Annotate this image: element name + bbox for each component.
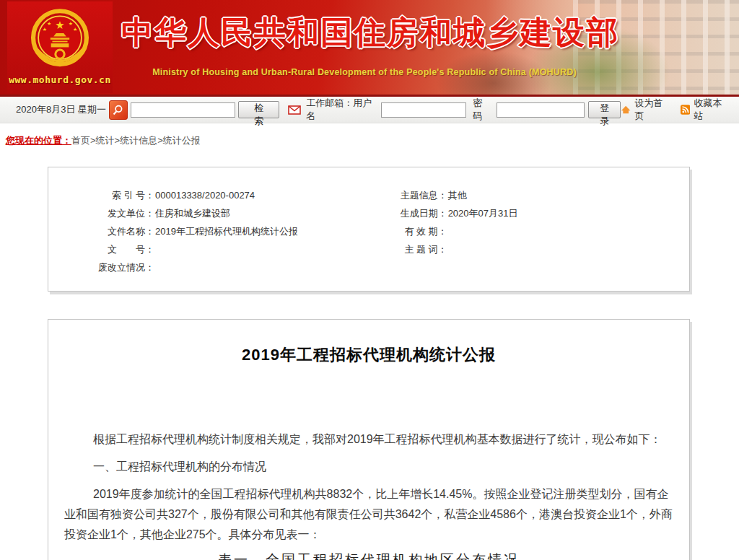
document-title: 2019年工程招标代理机构统计公报 <box>48 344 689 366</box>
toolbar: 2020年8月3日 星期一 检 索 工作邮箱：用户名 密码 登录 设为首页 收藏… <box>0 95 739 123</box>
password-label: 密码 <box>473 97 491 123</box>
meta-value: 000013338/2020-00274 <box>154 186 388 204</box>
search-input[interactable] <box>131 102 235 118</box>
rss-icon <box>681 105 690 115</box>
meta-value <box>154 258 388 276</box>
meta-value <box>154 240 388 258</box>
meta-label: 有 效 期： <box>388 222 447 240</box>
current-date: 2020年8月3日 星期一 <box>16 103 109 116</box>
meta-row-repeal-status: 废改立情况： <box>48 258 388 276</box>
paragraph-intro: 根据工程招标代理机构统计制度相关规定，我部对2019年工程招标代理机构基本数据进… <box>64 429 673 450</box>
mail-username-label: 工作邮箱：用户名 <box>306 97 378 123</box>
svg-text:★: ★ <box>69 21 73 26</box>
meta-label: 发文单位： <box>48 204 154 222</box>
set-home-link[interactable]: 设为首页 <box>634 97 670 123</box>
meta-label: 文件名称： <box>48 222 154 240</box>
meta-label: 废改立情况： <box>48 258 154 276</box>
metadata-right-column: 主题信息： 其他 生成日期： 2020年07月31日 有 效 期： 主 题 词： <box>388 186 689 276</box>
breadcrumb-prefix: 您现在的位置： <box>6 135 71 146</box>
header-banner: ★ ★ ★ ★ ★ www.mohurd.gov.cn 中华人民共和国住房和城乡… <box>0 0 739 95</box>
password-input[interactable] <box>497 102 585 118</box>
meta-row-index-number: 索 引 号： 000013338/2020-00274 <box>48 186 388 204</box>
meta-label: 文 号： <box>48 240 154 258</box>
meta-label: 主题信息： <box>388 186 447 204</box>
meta-value <box>447 222 689 240</box>
meta-row-topic-info: 主题信息： 其他 <box>388 186 689 204</box>
paragraph-section-heading: 一、工程招标代理机构的分布情况 <box>64 457 673 477</box>
breadcrumb-separator: > <box>90 135 96 146</box>
meta-row-subject-terms: 主 题 词： <box>388 240 689 258</box>
meta-row-generated-date: 生成日期： 2020年07月31日 <box>388 204 689 222</box>
meta-label: 生成日期： <box>388 204 447 222</box>
site-title: 中华人民共和国住房和城乡建设部 <box>121 12 619 54</box>
meta-value: 2020年07月31日 <box>447 204 689 222</box>
meta-label: 主 题 词： <box>388 240 447 258</box>
breadcrumb-statistics-bulletin[interactable]: 统计公报 <box>163 135 201 146</box>
document-content: 根据工程招标代理机构统计制度相关规定，我部对2019年工程招标代理机构基本数据进… <box>48 429 689 560</box>
meta-label: 索 引 号： <box>48 186 154 204</box>
search-icon[interactable] <box>109 100 128 120</box>
favorite-link[interactable]: 收藏本站 <box>694 97 730 123</box>
meta-row-document-number: 文 号： <box>48 240 388 258</box>
home-icon <box>621 105 631 115</box>
paragraph-statistics: 2019年度参加统计的全国工程招标代理机构共8832个，比上年增长14.45%。… <box>64 484 673 545</box>
document-body-box: 2019年工程招标代理机构统计公报 根据工程招标代理机构统计制度相关规定，我部对… <box>48 319 690 560</box>
meta-row-document-name: 文件名称： 2019年工程招标代理机构统计公报 <box>48 222 388 240</box>
svg-text:★: ★ <box>55 19 64 31</box>
meta-row-issuing-unit: 发文单位： 住房和城乡建设部 <box>48 204 388 222</box>
breadcrumb-separator: > <box>157 135 163 146</box>
meta-row-validity-period: 有 效 期： <box>388 222 689 240</box>
meta-value: 其他 <box>447 186 689 204</box>
document-metadata-box: 索 引 号： 000013338/2020-00274 发文单位： 住房和城乡建… <box>48 167 690 292</box>
username-input[interactable] <box>381 102 466 118</box>
breadcrumb-statistics-info[interactable]: 统计信息 <box>120 135 157 146</box>
mail-icon <box>288 105 301 115</box>
svg-text:★: ★ <box>43 27 47 32</box>
table-one-caption: 表一 全国工程招标代理机构地区分布情况 <box>64 552 673 560</box>
metadata-left-column: 索 引 号： 000013338/2020-00274 发文单位： 住房和城乡建… <box>48 186 388 276</box>
breadcrumb-statistics[interactable]: 统计 <box>96 135 115 146</box>
search-button[interactable]: 检 索 <box>238 101 279 118</box>
breadcrumb: 您现在的位置：首页>统计>统计信息>统计公报 <box>6 134 739 147</box>
site-subtitle-english: Ministry of Housing and Urban-Rural Deve… <box>126 67 603 77</box>
site-url: www.mohurd.gov.cn <box>9 74 111 85</box>
login-button[interactable]: 登录 <box>588 101 621 118</box>
svg-text:★: ★ <box>47 21 51 26</box>
meta-value <box>447 240 689 258</box>
toolbar-quick-links: 设为首页 收藏本站 <box>621 97 730 123</box>
breadcrumb-home[interactable]: 首页 <box>71 135 90 146</box>
svg-text:★: ★ <box>73 27 77 32</box>
meta-value: 住房和城乡建设部 <box>154 204 388 222</box>
national-emblem-icon: ★ ★ ★ ★ ★ <box>28 4 92 74</box>
site-logo[interactable]: ★ ★ ★ ★ ★ www.mohurd.gov.cn <box>7 1 113 93</box>
meta-value: 2019年工程招标代理机构统计公报 <box>154 222 388 240</box>
